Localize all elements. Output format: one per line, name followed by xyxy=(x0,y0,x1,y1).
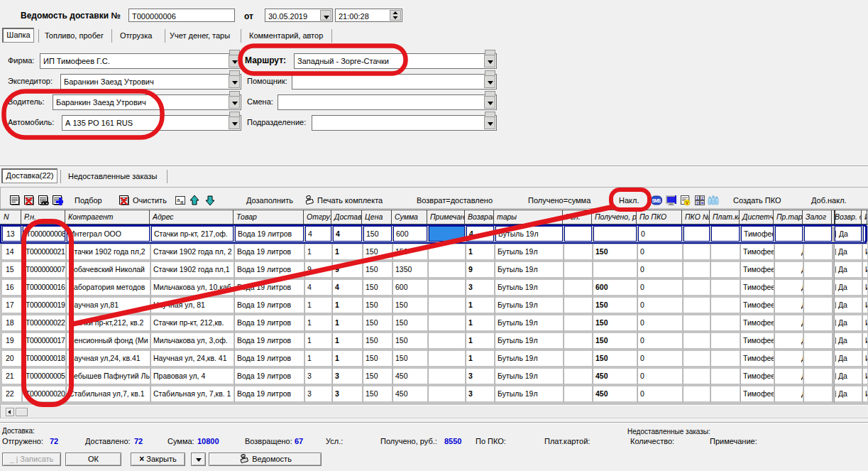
svg-text:1: 1 xyxy=(696,196,698,200)
svg-text:SMS: SMS xyxy=(652,198,661,203)
svg-text:3: 3 xyxy=(696,201,698,205)
svg-text:2: 2 xyxy=(701,196,703,200)
svg-text:я: я xyxy=(180,199,183,205)
